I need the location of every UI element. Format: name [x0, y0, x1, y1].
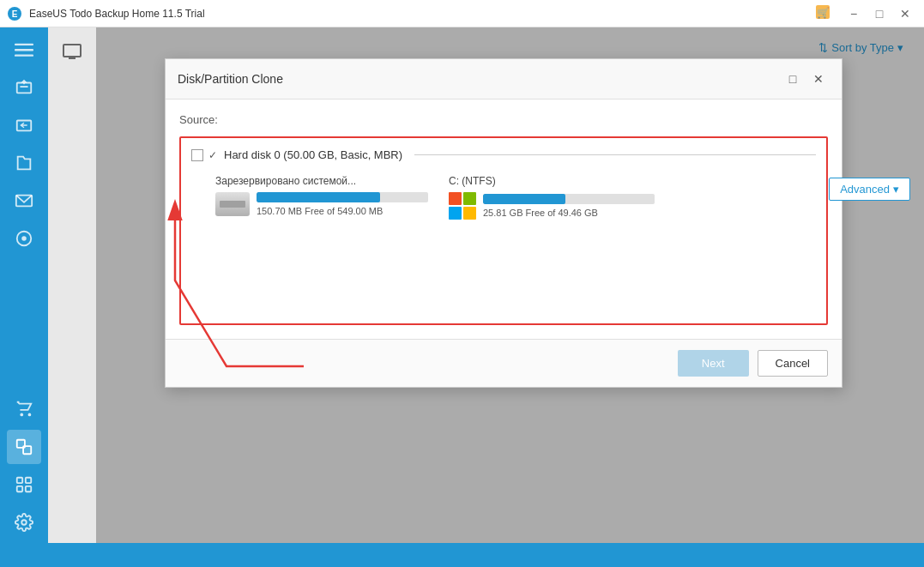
svg-rect-6	[15, 55, 33, 57]
svg-rect-19	[17, 486, 22, 492]
partition-1-name: C: (NTFS)	[449, 175, 496, 187]
svg-rect-20	[26, 486, 31, 492]
sidebar-cart-icon[interactable]	[7, 392, 41, 426]
panel-icon-1[interactable]	[57, 36, 88, 67]
modal-maximize-button[interactable]: □	[782, 68, 804, 90]
win-icon-tl	[449, 192, 462, 205]
sidebar-explore-icon[interactable]	[7, 221, 41, 256]
sidebar-mail-icon[interactable]	[7, 184, 41, 218]
partition-0-info: 150.70 MB Free of 549.00 MB	[257, 206, 428, 216]
disk-title: Hard disk 0 (50.00 GB, Basic, MBR)	[224, 148, 402, 161]
svg-rect-18	[26, 478, 31, 483]
partition-0-drive-icon	[215, 192, 250, 216]
svg-point-12	[21, 236, 27, 241]
sidebar-menu-icon[interactable]	[7, 33, 41, 67]
status-bar	[0, 543, 924, 567]
sidebar	[0, 27, 48, 543]
next-button[interactable]: Next	[678, 350, 749, 377]
sidebar-backup-icon[interactable]	[7, 70, 41, 105]
sidebar-grid-icon[interactable]	[7, 467, 41, 502]
disk-divider	[414, 154, 816, 155]
disk-header: ✓ Hard disk 0 (50.00 GB, Basic, MBR)	[191, 148, 816, 161]
advanced-label: Advanced	[840, 183, 890, 196]
svg-rect-22	[63, 45, 81, 57]
partition-1-info: 25.81 GB Free of 49.46 GB	[483, 208, 655, 218]
svg-rect-5	[15, 49, 33, 51]
left-panel	[48, 27, 96, 543]
partition-0: Зарезервировано системой... 150.70 MB Fr…	[215, 175, 428, 223]
sidebar-files-icon[interactable]	[7, 146, 41, 180]
svg-rect-8	[20, 86, 27, 87]
partition-0-bar-fill	[257, 192, 380, 202]
close-button[interactable]: ✕	[893, 2, 917, 26]
disk-expand-icon[interactable]: ✓	[208, 149, 217, 161]
partition-1-bar-container: 25.81 GB Free of 49.46 GB	[483, 194, 655, 218]
win-icon-bl	[449, 207, 462, 220]
svg-rect-4	[15, 44, 33, 45]
modal-header-buttons: □ ✕	[782, 68, 830, 90]
advanced-chevron: ▾	[893, 183, 899, 196]
win-icon-br	[463, 207, 476, 220]
sidebar-settings-icon[interactable]	[7, 505, 41, 540]
svg-rect-17	[17, 478, 22, 483]
advanced-button[interactable]: Advanced ▾	[829, 178, 910, 201]
partition-0-bar-bg	[257, 192, 428, 202]
main-area: ⇅ Sort by Type ▾ Disk/Partition Clone □	[0, 27, 924, 543]
app-logo: E	[7, 6, 22, 21]
cancel-button[interactable]: Cancel	[758, 350, 828, 377]
disk-checkbox[interactable]	[191, 149, 203, 161]
minimize-button[interactable]: −	[842, 2, 866, 26]
modal-title: Disk/Partition Clone	[178, 72, 782, 86]
content-area: ⇅ Sort by Type ▾ Disk/Partition Clone □	[48, 27, 924, 543]
win-icon-tr	[463, 192, 476, 205]
partition-1: C: (NTFS)	[449, 175, 655, 223]
window-controls: 🛒 − □ ✕	[812, 2, 917, 26]
modal-close-button[interactable]: ✕	[807, 68, 830, 90]
svg-text:🛒: 🛒	[817, 6, 830, 19]
restore-button[interactable]: □	[867, 2, 891, 26]
svg-text:E: E	[12, 9, 18, 19]
title-bar: E EaseUS Todo Backup Home 11.5 Trial 🛒 −…	[0, 0, 924, 27]
partition-1-bar-bg	[483, 194, 655, 204]
svg-point-21	[21, 520, 27, 525]
svg-point-13	[20, 413, 23, 417]
partitions-container: Зарезервировано системой... 150.70 MB Fr…	[191, 175, 816, 223]
app-title: EaseUS Todo Backup Home 11.5 Trial	[29, 8, 812, 20]
partition-1-windows-icon	[449, 192, 476, 220]
sidebar-restore-icon[interactable]	[7, 108, 41, 142]
modal-overlay: Disk/Partition Clone □ ✕ Source: ✓	[96, 27, 924, 543]
svg-point-14	[28, 413, 32, 417]
modal-body: Source: ✓ Hard disk 0 (50.00 GB, Basic, …	[166, 100, 842, 339]
partition-0-name: Зарезервировано системой...	[215, 175, 356, 187]
partition-0-bar-container: 150.70 MB Free of 549.00 MB	[257, 192, 428, 216]
source-label: Source:	[179, 113, 828, 126]
partition-1-bar-fill	[483, 194, 565, 204]
modal-header: Disk/Partition Clone □ ✕	[166, 59, 842, 100]
partition-0-icon-row: 150.70 MB Free of 549.00 MB	[215, 192, 428, 216]
disk-clone-modal: Disk/Partition Clone □ ✕ Source: ✓	[165, 58, 842, 388]
sidebar-clone-icon[interactable]	[7, 430, 41, 464]
disk-panel: ✓ Hard disk 0 (50.00 GB, Basic, MBR) Зар…	[179, 136, 828, 325]
modal-footer: Next Cancel	[166, 339, 842, 387]
partition-1-icon-row: 25.81 GB Free of 49.46 GB	[449, 192, 655, 220]
